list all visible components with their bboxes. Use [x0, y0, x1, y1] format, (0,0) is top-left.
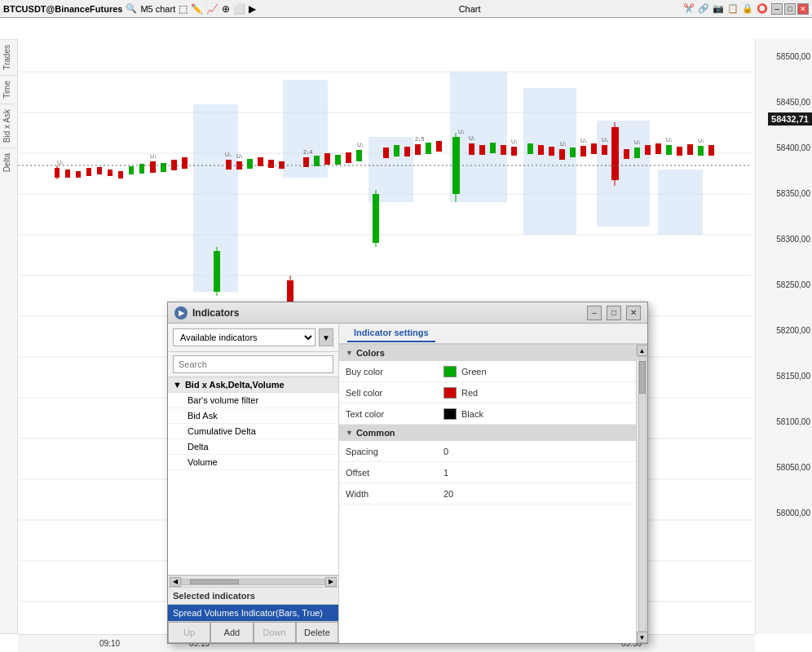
common-section-label: Common — [356, 428, 395, 438]
search-input[interactable] — [173, 355, 333, 373]
buy-color-swatch[interactable] — [444, 366, 457, 377]
svg-rect-52 — [356, 150, 362, 161]
minimize-button[interactable]: ─ — [771, 3, 783, 15]
dropdown-arrow-btn[interactable]: ▼ — [319, 328, 333, 346]
selected-item-spread-volumes[interactable]: Spread Volumes Indicator(Bars, True) — [168, 605, 338, 621]
svg-rect-18 — [523, 88, 576, 235]
width-value[interactable]: 20 — [437, 489, 636, 499]
svg-rect-59 — [426, 143, 431, 154]
svg-text:U↓: U↓ — [511, 139, 519, 144]
svg-rect-28 — [118, 171, 123, 178]
svg-rect-57 — [404, 147, 410, 156]
svg-text:U↓: U↓ — [666, 137, 673, 143]
sidebar-delta[interactable]: Delta — [0, 148, 17, 177]
svg-rect-25 — [86, 168, 91, 176]
tree-area[interactable]: ▼ Bid x Ask,Delta,Volume Bar's volume fi… — [168, 377, 338, 575]
buy-color-label: Buy color — [339, 367, 437, 377]
price-58100: 58100,00 — [776, 417, 810, 426]
h-scroll-left-btn[interactable]: ◀ — [170, 577, 181, 587]
svg-text:U↓: U↓ — [602, 137, 609, 143]
tree-group-header[interactable]: ▼ Bid x Ask,Delta,Volume — [168, 377, 338, 393]
settings-scroll[interactable]: ▼ Colors Buy color Green Sell color — [339, 345, 636, 643]
svg-rect-48 — [314, 156, 320, 166]
dialog-close-button[interactable]: ✕ — [626, 306, 641, 320]
price-axis: 58500,00 58450,00 58432,71 58400,00 5835… — [755, 39, 812, 634]
price-58000: 58000,00 — [776, 509, 810, 518]
svg-rect-71 — [580, 146, 586, 156]
svg-rect-24 — [76, 171, 81, 178]
tree-item-bars-volume-filter[interactable]: Bar's volume filter — [168, 393, 338, 408]
sidebar-bid-ask[interactable]: Bid x Ask — [0, 104, 17, 148]
add-button[interactable]: Add — [210, 622, 253, 643]
svg-text:U↓: U↓ — [634, 139, 642, 145]
sell-color-swatch[interactable] — [444, 387, 457, 399]
sidebar-trades[interactable]: Trades — [0, 39, 17, 75]
text-color-text: Black — [461, 409, 483, 419]
v-scroll-thumb[interactable] — [639, 361, 646, 394]
up-button[interactable]: Up — [168, 622, 210, 643]
action-buttons: Up Add Down Delete — [168, 621, 338, 643]
price-58400: 58400,00 — [776, 143, 810, 152]
svg-rect-58 — [415, 144, 421, 155]
horizontal-scrollbar[interactable]: ◀ ▶ — [168, 575, 338, 587]
right-panel: Indicator settings ▼ Colors Buy color — [339, 324, 647, 643]
dialog-minimize-button[interactable]: – — [587, 306, 602, 320]
current-price: 58432,71 — [768, 112, 812, 126]
available-indicators-dropdown[interactable]: Available indicators — [173, 328, 316, 346]
text-color-row: Text color Black — [339, 403, 636, 425]
svg-rect-66 — [527, 143, 533, 154]
svg-rect-27 — [108, 170, 113, 176]
v-scroll-up-btn[interactable]: ▲ — [637, 345, 648, 356]
v-scroll-down-btn[interactable]: ▼ — [637, 632, 648, 643]
common-section-header[interactable]: ▼ Common — [339, 425, 636, 441]
svg-text:U↓: U↓ — [458, 129, 466, 134]
width-label: Width — [339, 489, 437, 499]
sell-color-value[interactable]: Red — [437, 387, 636, 399]
svg-rect-76 — [624, 149, 629, 159]
tree-item-bid-ask[interactable]: Bid Ask — [168, 408, 338, 424]
svg-text:U↓: U↓ — [150, 153, 157, 159]
text-color-value[interactable]: Black — [437, 408, 636, 420]
window-title: Chart — [259, 4, 680, 14]
offset-label: Offset — [339, 468, 437, 478]
svg-rect-63 — [490, 143, 496, 153]
text-color-swatch[interactable] — [444, 408, 457, 420]
down-button[interactable]: Down — [254, 622, 296, 643]
price-58250: 58250,00 — [776, 280, 810, 289]
svg-rect-32 — [161, 163, 166, 172]
colors-section-label: Colors — [356, 348, 385, 358]
svg-rect-70 — [570, 148, 576, 157]
spacing-number: 0 — [444, 447, 448, 456]
delete-button[interactable]: Delete — [296, 622, 338, 643]
h-scroll-right-btn[interactable]: ▶ — [325, 577, 337, 587]
dialog-maximize-button[interactable]: □ — [607, 306, 621, 320]
svg-rect-81 — [677, 147, 682, 156]
buy-color-value[interactable]: Green — [437, 366, 636, 377]
sidebar-time[interactable]: Time — [0, 75, 17, 104]
tree-item-volume[interactable]: Volume — [168, 455, 338, 470]
svg-rect-68 — [549, 147, 554, 156]
h-scroll-thumb[interactable] — [190, 579, 239, 584]
width-number: 20 — [444, 489, 453, 499]
svg-rect-75 — [602, 145, 607, 155]
offset-value[interactable]: 1 — [437, 468, 636, 478]
svg-rect-31 — [150, 161, 156, 173]
close-button[interactable]: ✕ — [797, 3, 809, 15]
tree-item-cumulative-delta[interactable]: Cumulative Delta — [168, 424, 338, 439]
svg-text:U↓: U↓ — [560, 141, 567, 147]
indicator-settings-tab[interactable]: Indicator settings — [347, 324, 435, 342]
h-scroll-track — [181, 579, 325, 585]
svg-rect-49 — [324, 153, 330, 165]
tree-item-delta[interactable]: Delta — [168, 439, 338, 455]
spacing-value[interactable]: 0 — [437, 447, 636, 456]
right-panel-inner: ▼ Colors Buy color Green Sell color — [339, 345, 647, 643]
price-58150: 58150,00 — [776, 372, 810, 381]
maximize-button[interactable]: □ — [784, 3, 796, 15]
colors-section-header[interactable]: ▼ Colors — [339, 345, 636, 361]
spacing-row: Spacing 0 — [339, 441, 636, 462]
svg-text:2↓4: 2↓4 — [303, 149, 312, 155]
selected-section: Selected indicators Spread Volumes Indic… — [168, 587, 338, 621]
svg-text:U↓: U↓ — [469, 135, 476, 141]
buy-color-text: Green — [461, 367, 487, 377]
left-panel: Available indicators ▼ ▼ Bid x Ask,Delta… — [168, 324, 339, 643]
